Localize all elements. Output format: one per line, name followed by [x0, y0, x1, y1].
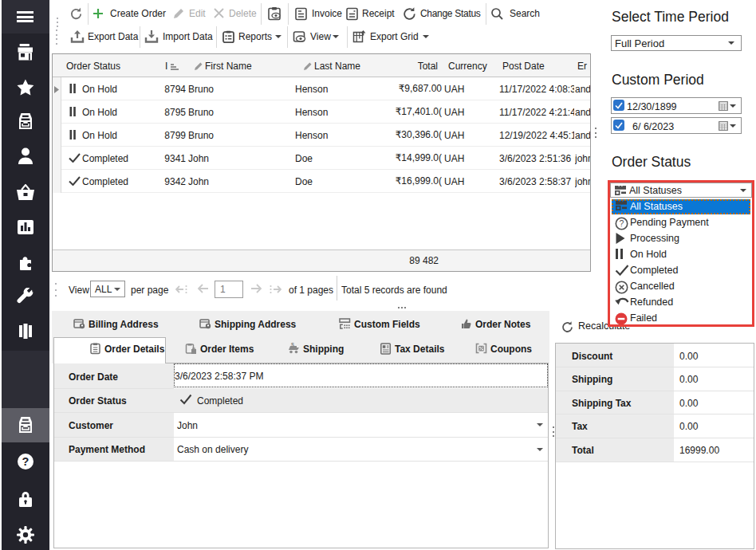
svg-text:?: ?: [620, 218, 624, 228]
svg-text:$: $: [291, 343, 294, 348]
svg-text:?: ?: [22, 455, 30, 468]
